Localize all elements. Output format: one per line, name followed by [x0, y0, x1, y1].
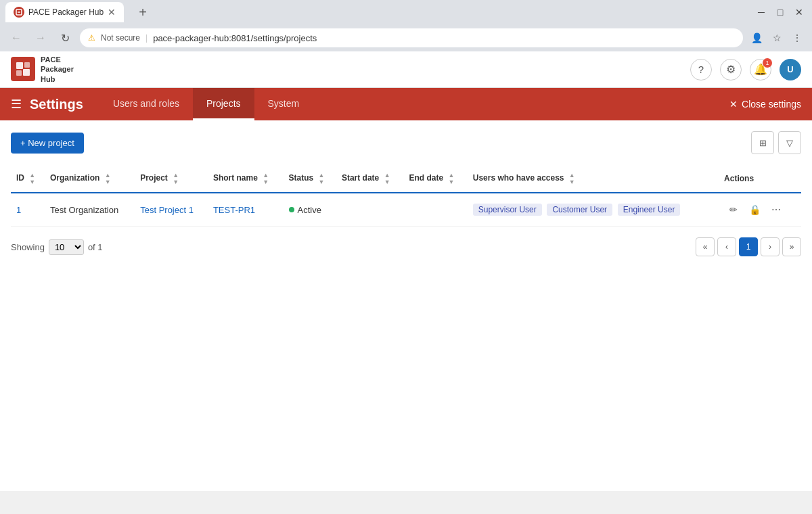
url-bar[interactable]: ⚠ Not secure | pace-packager-hub:8081/se… [80, 28, 743, 47]
table-row: 1 Test Organization Test Project 1 TEST-… [11, 193, 801, 227]
bookmark-icon[interactable]: ☆ [769, 30, 785, 46]
per-page-select[interactable]: 10 25 50 100 [49, 239, 84, 255]
col-header-end-date[interactable]: End date ▲▼ [404, 165, 468, 193]
browser-tab[interactable]: PACE Packager Hub ✕ [5, 2, 124, 22]
cell-actions: ✏ 🔒 ⋯ [719, 193, 801, 227]
url-separator: | [145, 33, 148, 43]
lock-button[interactable]: 🔒 [746, 200, 765, 219]
table-header: ID ▲▼ Organization ▲▼ Project ▲▼ Short n… [11, 165, 801, 193]
new-tab-button[interactable]: + [133, 3, 152, 22]
col-header-status[interactable]: Status ▲▼ [284, 165, 336, 193]
col-header-start-date[interactable]: Start date ▲▼ [336, 165, 404, 193]
close-settings-label: Close settings [742, 99, 801, 110]
cell-end-date [404, 193, 468, 227]
columns-icon: ⊞ [759, 138, 767, 148]
tab-title: PACE Packager Hub [28, 7, 104, 17]
user-tag-customer: Customer User [547, 204, 612, 216]
total-label: of 1 [88, 242, 103, 252]
settings-nav: ☰ Settings Users and roles Projects Syst… [0, 88, 812, 120]
app-header: PACE Packager Hub ? ⚙ 🔔 1 U [0, 51, 812, 88]
reload-button[interactable]: ↻ [55, 28, 74, 47]
logo-svg [11, 57, 35, 81]
col-header-project[interactable]: Project ▲▼ [135, 165, 208, 193]
last-page-button[interactable]: » [782, 237, 801, 256]
sort-icon-end-date: ▲▼ [449, 172, 455, 185]
logo-text: PACE Packager Hub [41, 55, 74, 84]
tab-system[interactable]: System [254, 88, 313, 120]
sort-icon-organization: ▲▼ [105, 172, 111, 185]
edit-button[interactable]: ✏ [724, 200, 743, 219]
close-settings-button[interactable]: ✕ Close settings [729, 99, 801, 110]
cell-users: Supervisor User Customer User Engineer U… [468, 193, 719, 227]
projects-table: ID ▲▼ Organization ▲▼ Project ▲▼ Short n… [11, 165, 801, 227]
notification-button[interactable]: 🔔 1 [750, 59, 771, 80]
svg-rect-5 [16, 70, 22, 76]
cell-project: Test Project 1 [135, 193, 208, 227]
status-dot-active [289, 207, 294, 212]
svg-rect-3 [16, 62, 23, 69]
sort-icon-status: ▲▼ [319, 172, 325, 185]
notification-badge: 1 [763, 58, 772, 68]
cell-organization: Test Organization [45, 193, 135, 227]
close-window-button[interactable]: ✕ [792, 5, 807, 20]
address-bar: ← → ↻ ⚠ Not secure | pace-packager-hub:8… [0, 24, 812, 51]
tab-close-button[interactable]: ✕ [108, 7, 116, 18]
table-body: 1 Test Organization Test Project 1 TEST-… [11, 193, 801, 227]
pagination-controls: « ‹ 1 › » [696, 237, 801, 256]
sort-icon-project: ▲▼ [173, 172, 179, 185]
main-content: + New project ⊞ ▽ ID ▲▼ [0, 120, 812, 491]
sort-icon-id: ▲▼ [29, 172, 35, 185]
minimize-button[interactable]: ─ [754, 5, 769, 20]
svg-rect-4 [24, 62, 30, 68]
new-project-button[interactable]: + New project [11, 133, 84, 154]
page-1-button[interactable]: 1 [739, 237, 758, 256]
profile-icon[interactable]: 👤 [748, 30, 765, 46]
tab-projects[interactable]: Projects [193, 88, 254, 120]
col-header-organization[interactable]: Organization ▲▼ [45, 165, 135, 193]
user-tag-engineer: Engineer User [618, 204, 681, 216]
url-actions: 👤 ☆ ⋮ [748, 30, 805, 46]
svg-rect-2 [11, 57, 35, 81]
sort-icon-users: ▲▼ [569, 172, 575, 185]
pagination-bar: Showing 10 25 50 100 of 1 « ‹ 1 › » [11, 237, 801, 256]
column-visibility-button[interactable]: ⊞ [751, 131, 774, 154]
first-page-button[interactable]: « [696, 237, 715, 256]
sort-icon-short-name: ▲▼ [263, 172, 269, 185]
projects-toolbar: + New project ⊞ ▽ [11, 131, 801, 154]
col-header-users[interactable]: Users who have access ▲▼ [468, 165, 719, 193]
cell-status: Active [284, 193, 336, 227]
toolbar-right: ⊞ ▽ [751, 131, 801, 154]
settings-tabs: Users and roles Projects System [99, 88, 313, 120]
header-icons: ? ⚙ 🔔 1 U [690, 59, 801, 80]
sort-icon-start-date: ▲▼ [384, 172, 390, 185]
col-header-short-name[interactable]: Short name ▲▼ [208, 165, 284, 193]
url-warning-text: Not secure [101, 33, 140, 43]
more-actions-button[interactable]: ⋯ [767, 200, 786, 219]
cell-id: 1 [11, 193, 45, 227]
prev-page-button[interactable]: ‹ [717, 237, 736, 256]
back-button[interactable]: ← [7, 28, 26, 47]
cell-start-date [336, 193, 404, 227]
col-header-id[interactable]: ID ▲▼ [11, 165, 45, 193]
filter-button[interactable]: ▽ [778, 131, 801, 154]
filter-icon: ▽ [786, 138, 793, 148]
col-header-actions: Actions [719, 165, 801, 193]
status-badge: Active [289, 205, 321, 215]
tab-favicon [14, 7, 24, 18]
settings-title: Settings [30, 97, 83, 112]
user-tag-supervisor: Supervisor User [473, 204, 542, 216]
forward-button[interactable]: → [31, 28, 50, 47]
hamburger-menu-icon[interactable]: ☰ [11, 97, 22, 112]
avatar-button[interactable]: U [780, 59, 801, 80]
tab-users-roles[interactable]: Users and roles [99, 88, 193, 120]
settings-gear-button[interactable]: ⚙ [720, 59, 742, 80]
browser-menu-icon[interactable]: ⋮ [789, 30, 805, 46]
next-page-button[interactable]: › [761, 237, 780, 256]
help-button[interactable]: ? [690, 59, 712, 80]
title-bar: PACE Packager Hub ✕ + ─ □ ✕ [0, 0, 812, 24]
app-logo: PACE Packager Hub [11, 55, 74, 84]
maximize-button[interactable]: □ [773, 5, 788, 20]
security-warning-icon: ⚠ [88, 33, 95, 43]
svg-rect-6 [23, 69, 30, 76]
window-controls: ─ □ ✕ [754, 5, 807, 20]
